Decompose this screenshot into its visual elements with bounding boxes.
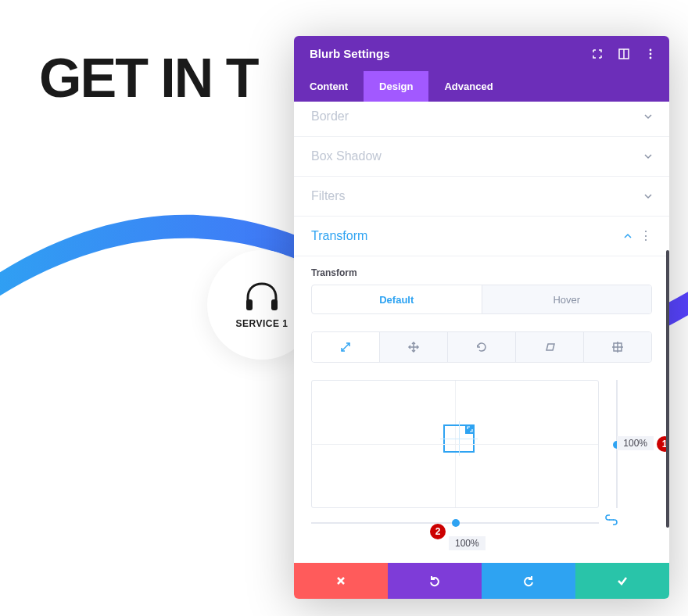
svg-line-7	[342, 343, 349, 351]
preview-cross-v	[459, 421, 460, 456]
headphone-icon	[243, 281, 281, 312]
section-border[interactable]: Border	[294, 102, 669, 137]
transform-label: Transform	[311, 267, 652, 278]
transform-grid[interactable]	[311, 380, 599, 508]
section-filters[interactable]: Filters	[294, 177, 669, 217]
page-heading: GET IN T	[39, 47, 258, 109]
svg-point-4	[650, 48, 652, 51]
modal-footer	[294, 563, 669, 599]
svg-point-6	[650, 56, 652, 59]
page-stage: GET IN T SERVICE 1 Blurb Settings	[0, 0, 688, 616]
cancel-button[interactable]	[294, 563, 388, 599]
scale-handle-icon[interactable]	[465, 424, 475, 434]
horizontal-scale-value[interactable]: 100%	[449, 536, 486, 550]
modal-body: Border Box Shadow Filters Transform ⋮ Tr…	[294, 102, 669, 563]
svg-rect-0	[246, 299, 253, 310]
horizontal-scale-thumb[interactable]	[452, 519, 460, 527]
modal-header: Blurb Settings	[294, 36, 669, 71]
scrollbar-thumb[interactable]	[666, 250, 669, 528]
state-tab-default[interactable]: Default	[312, 285, 482, 313]
section-title: Box Shadow	[311, 149, 382, 163]
tool-skew[interactable]	[515, 332, 583, 362]
section-transform[interactable]: Transform ⋮	[294, 217, 669, 256]
chevron-up-icon	[624, 232, 632, 240]
section-title: Transform	[311, 229, 367, 243]
modal-tabs: Content Design Advanced	[294, 71, 669, 102]
columns-icon[interactable]	[618, 48, 630, 60]
transform-preview-box[interactable]	[443, 424, 475, 453]
tab-content[interactable]: Content	[294, 71, 364, 102]
expand-icon[interactable]	[591, 48, 604, 60]
svg-marker-10	[546, 344, 554, 350]
tool-origin[interactable]	[583, 332, 651, 362]
kebab-icon[interactable]: ⋮	[640, 230, 652, 242]
service-label: SERVICE 1	[236, 318, 288, 329]
kebab-icon[interactable]	[644, 48, 657, 60]
link-axes-icon[interactable]	[605, 514, 618, 528]
modal-title: Blurb Settings	[310, 47, 390, 60]
state-tab-hover[interactable]: Hover	[482, 285, 652, 313]
state-tabs: Default Hover	[311, 285, 652, 314]
svg-point-5	[650, 52, 652, 55]
undo-button[interactable]	[388, 563, 482, 599]
tab-design[interactable]: Design	[364, 71, 428, 102]
chevron-down-icon	[644, 113, 652, 120]
annotation-marker-2[interactable]: 2	[430, 524, 446, 539]
vertical-scale-value[interactable]: 100%	[617, 436, 654, 450]
transform-pad: 100% 100% 1 2	[311, 380, 652, 536]
settings-modal: Blurb Settings Content Design Advanced B…	[294, 36, 669, 599]
tool-rotate[interactable]	[447, 332, 515, 362]
tab-advanced[interactable]: Advanced	[428, 71, 508, 102]
redo-button[interactable]	[482, 563, 575, 599]
svg-rect-1	[271, 299, 278, 310]
transform-body: Transform Default Hover	[294, 256, 669, 563]
tool-scale[interactable]	[312, 332, 379, 362]
save-button[interactable]	[575, 563, 669, 599]
transform-tool-row	[311, 331, 652, 363]
tool-translate[interactable]	[379, 332, 447, 362]
chevron-down-icon	[644, 192, 652, 200]
section-box-shadow[interactable]: Box Shadow	[294, 137, 669, 177]
section-title: Filters	[311, 189, 346, 203]
section-title: Border	[311, 109, 349, 124]
chevron-down-icon	[644, 152, 652, 160]
